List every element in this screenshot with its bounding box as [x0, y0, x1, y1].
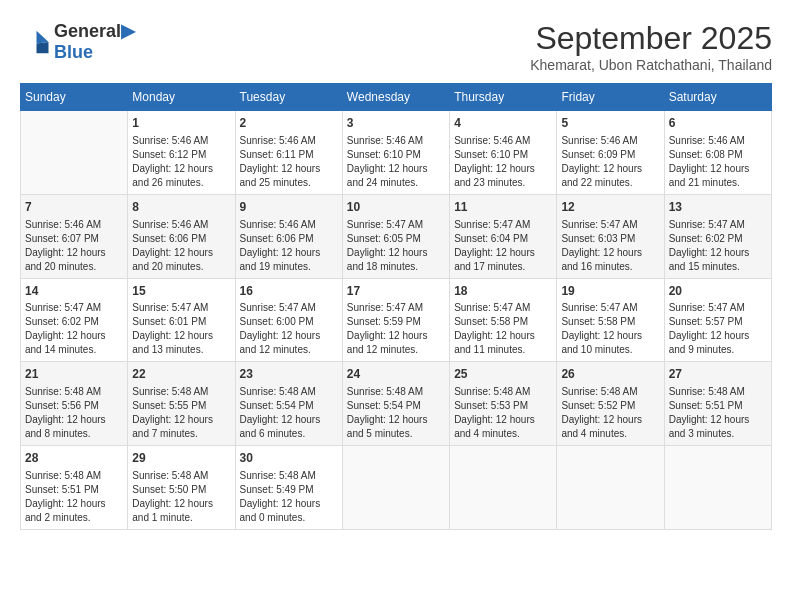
day-info: Sunrise: 5:46 AM Sunset: 6:09 PM Dayligh… [561, 134, 659, 190]
day-number: 20 [669, 283, 767, 300]
col-header-saturday: Saturday [664, 84, 771, 111]
day-number: 3 [347, 115, 445, 132]
day-info: Sunrise: 5:47 AM Sunset: 5:59 PM Dayligh… [347, 301, 445, 357]
day-cell: 19Sunrise: 5:47 AM Sunset: 5:58 PM Dayli… [557, 278, 664, 362]
day-cell: 9Sunrise: 5:46 AM Sunset: 6:06 PM Daylig… [235, 194, 342, 278]
col-header-thursday: Thursday [450, 84, 557, 111]
day-info: Sunrise: 5:46 AM Sunset: 6:12 PM Dayligh… [132, 134, 230, 190]
day-number: 4 [454, 115, 552, 132]
day-number: 7 [25, 199, 123, 216]
calendar-table: SundayMondayTuesdayWednesdayThursdayFrid… [20, 83, 772, 530]
day-number: 15 [132, 283, 230, 300]
day-cell: 8Sunrise: 5:46 AM Sunset: 6:06 PM Daylig… [128, 194, 235, 278]
day-cell: 7Sunrise: 5:46 AM Sunset: 6:07 PM Daylig… [21, 194, 128, 278]
day-number: 1 [132, 115, 230, 132]
day-number: 26 [561, 366, 659, 383]
day-info: Sunrise: 5:48 AM Sunset: 5:49 PM Dayligh… [240, 469, 338, 525]
day-cell: 13Sunrise: 5:47 AM Sunset: 6:02 PM Dayli… [664, 194, 771, 278]
day-number: 6 [669, 115, 767, 132]
day-number: 10 [347, 199, 445, 216]
day-number: 16 [240, 283, 338, 300]
day-cell: 5Sunrise: 5:46 AM Sunset: 6:09 PM Daylig… [557, 111, 664, 195]
title-area: September 2025 Khemarat, Ubon Ratchathan… [530, 20, 772, 73]
week-row-2: 7Sunrise: 5:46 AM Sunset: 6:07 PM Daylig… [21, 194, 772, 278]
day-info: Sunrise: 5:47 AM Sunset: 6:04 PM Dayligh… [454, 218, 552, 274]
day-number: 23 [240, 366, 338, 383]
day-info: Sunrise: 5:48 AM Sunset: 5:54 PM Dayligh… [240, 385, 338, 441]
day-number: 14 [25, 283, 123, 300]
day-info: Sunrise: 5:46 AM Sunset: 6:10 PM Dayligh… [454, 134, 552, 190]
day-cell: 6Sunrise: 5:46 AM Sunset: 6:08 PM Daylig… [664, 111, 771, 195]
day-number: 17 [347, 283, 445, 300]
day-number: 2 [240, 115, 338, 132]
day-cell: 16Sunrise: 5:47 AM Sunset: 6:00 PM Dayli… [235, 278, 342, 362]
header-row: SundayMondayTuesdayWednesdayThursdayFrid… [21, 84, 772, 111]
day-number: 8 [132, 199, 230, 216]
day-cell: 4Sunrise: 5:46 AM Sunset: 6:10 PM Daylig… [450, 111, 557, 195]
day-cell: 20Sunrise: 5:47 AM Sunset: 5:57 PM Dayli… [664, 278, 771, 362]
location-title: Khemarat, Ubon Ratchathani, Thailand [530, 57, 772, 73]
col-header-friday: Friday [557, 84, 664, 111]
day-number: 11 [454, 199, 552, 216]
day-cell: 12Sunrise: 5:47 AM Sunset: 6:03 PM Dayli… [557, 194, 664, 278]
day-info: Sunrise: 5:48 AM Sunset: 5:52 PM Dayligh… [561, 385, 659, 441]
day-number: 24 [347, 366, 445, 383]
day-info: Sunrise: 5:46 AM Sunset: 6:11 PM Dayligh… [240, 134, 338, 190]
logo-icon [20, 27, 50, 57]
day-info: Sunrise: 5:48 AM Sunset: 5:51 PM Dayligh… [669, 385, 767, 441]
day-info: Sunrise: 5:48 AM Sunset: 5:51 PM Dayligh… [25, 469, 123, 525]
day-number: 27 [669, 366, 767, 383]
day-number: 13 [669, 199, 767, 216]
day-info: Sunrise: 5:48 AM Sunset: 5:53 PM Dayligh… [454, 385, 552, 441]
day-info: Sunrise: 5:47 AM Sunset: 5:58 PM Dayligh… [454, 301, 552, 357]
day-info: Sunrise: 5:47 AM Sunset: 6:05 PM Dayligh… [347, 218, 445, 274]
day-info: Sunrise: 5:46 AM Sunset: 6:08 PM Dayligh… [669, 134, 767, 190]
day-info: Sunrise: 5:47 AM Sunset: 6:00 PM Dayligh… [240, 301, 338, 357]
day-cell: 1Sunrise: 5:46 AM Sunset: 6:12 PM Daylig… [128, 111, 235, 195]
week-row-5: 28Sunrise: 5:48 AM Sunset: 5:51 PM Dayli… [21, 446, 772, 530]
day-cell: 10Sunrise: 5:47 AM Sunset: 6:05 PM Dayli… [342, 194, 449, 278]
day-number: 19 [561, 283, 659, 300]
day-cell: 21Sunrise: 5:48 AM Sunset: 5:56 PM Dayli… [21, 362, 128, 446]
day-info: Sunrise: 5:48 AM Sunset: 5:55 PM Dayligh… [132, 385, 230, 441]
day-cell: 24Sunrise: 5:48 AM Sunset: 5:54 PM Dayli… [342, 362, 449, 446]
day-number: 28 [25, 450, 123, 467]
day-cell [557, 446, 664, 530]
day-info: Sunrise: 5:47 AM Sunset: 5:57 PM Dayligh… [669, 301, 767, 357]
day-number: 22 [132, 366, 230, 383]
day-cell: 2Sunrise: 5:46 AM Sunset: 6:11 PM Daylig… [235, 111, 342, 195]
day-cell: 28Sunrise: 5:48 AM Sunset: 5:51 PM Dayli… [21, 446, 128, 530]
month-title: September 2025 [530, 20, 772, 57]
day-cell: 15Sunrise: 5:47 AM Sunset: 6:01 PM Dayli… [128, 278, 235, 362]
day-cell: 27Sunrise: 5:48 AM Sunset: 5:51 PM Dayli… [664, 362, 771, 446]
logo-text: General▶ Blue [54, 20, 135, 63]
day-cell: 22Sunrise: 5:48 AM Sunset: 5:55 PM Dayli… [128, 362, 235, 446]
day-cell [21, 111, 128, 195]
page-header: General▶ Blue September 2025 Khemarat, U… [20, 20, 772, 73]
day-number: 12 [561, 199, 659, 216]
day-cell [664, 446, 771, 530]
day-info: Sunrise: 5:46 AM Sunset: 6:06 PM Dayligh… [240, 218, 338, 274]
day-cell: 30Sunrise: 5:48 AM Sunset: 5:49 PM Dayli… [235, 446, 342, 530]
day-info: Sunrise: 5:47 AM Sunset: 6:02 PM Dayligh… [25, 301, 123, 357]
day-info: Sunrise: 5:47 AM Sunset: 6:03 PM Dayligh… [561, 218, 659, 274]
day-cell: 23Sunrise: 5:48 AM Sunset: 5:54 PM Dayli… [235, 362, 342, 446]
day-number: 21 [25, 366, 123, 383]
day-number: 9 [240, 199, 338, 216]
day-cell: 29Sunrise: 5:48 AM Sunset: 5:50 PM Dayli… [128, 446, 235, 530]
day-cell [450, 446, 557, 530]
day-number: 5 [561, 115, 659, 132]
day-cell: 11Sunrise: 5:47 AM Sunset: 6:04 PM Dayli… [450, 194, 557, 278]
day-number: 29 [132, 450, 230, 467]
col-header-wednesday: Wednesday [342, 84, 449, 111]
svg-marker-0 [37, 30, 49, 43]
day-info: Sunrise: 5:48 AM Sunset: 5:54 PM Dayligh… [347, 385, 445, 441]
col-header-tuesday: Tuesday [235, 84, 342, 111]
day-number: 18 [454, 283, 552, 300]
day-number: 30 [240, 450, 338, 467]
day-number: 25 [454, 366, 552, 383]
day-info: Sunrise: 5:46 AM Sunset: 6:10 PM Dayligh… [347, 134, 445, 190]
col-header-monday: Monday [128, 84, 235, 111]
svg-marker-1 [37, 42, 49, 53]
day-cell: 14Sunrise: 5:47 AM Sunset: 6:02 PM Dayli… [21, 278, 128, 362]
